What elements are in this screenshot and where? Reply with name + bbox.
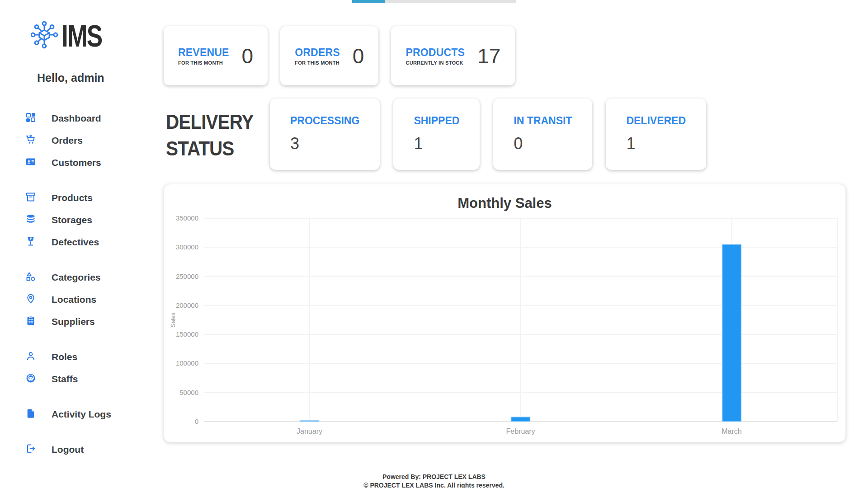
id-card-icon bbox=[25, 156, 36, 169]
clipboard-icon bbox=[25, 315, 36, 328]
sidebar-item-locations[interactable]: Locations bbox=[0, 288, 146, 310]
sidebar-item-activity-logs[interactable]: Activity Logs bbox=[0, 403, 146, 425]
app-title: IMS bbox=[61, 18, 102, 53]
monthly-sales-chart-card: Monthly Sales 05000010000015000020000025… bbox=[164, 184, 846, 442]
sidebar-item-dashboard[interactable]: Dashboard bbox=[0, 107, 146, 129]
horizontal-scrollbar[interactable] bbox=[352, 0, 516, 3]
sidebar-item-staffs[interactable]: Staffs bbox=[0, 368, 146, 390]
broken-glass-icon bbox=[25, 236, 36, 249]
shipped-card-title: SHIPPED bbox=[414, 115, 459, 127]
sidebar-item-label: Logout bbox=[52, 444, 84, 455]
chart-bar-march[interactable] bbox=[722, 244, 741, 422]
sidebar-item-label: Storages bbox=[52, 215, 92, 225]
shipped-card-value: 1 bbox=[414, 134, 459, 153]
processing-card-value: 3 bbox=[290, 134, 359, 153]
sidebar: IMS Hello, admin Dashboard Orders Custom… bbox=[0, 0, 146, 488]
sidebar-nav: Dashboard Orders Customers Products Stor… bbox=[0, 107, 146, 460]
processing-card-title: PROCESSING bbox=[290, 115, 359, 127]
logout-icon bbox=[25, 443, 36, 456]
stat-cards-row: REVENUE FOR THIS MONTH 0 ORDERS FOR THIS… bbox=[164, 26, 515, 85]
sidebar-item-products[interactable]: Products bbox=[0, 187, 146, 209]
products-card: PRODUCTS CURRENTLY IN STOCK 17 bbox=[391, 26, 515, 85]
ims-cube-logo-icon bbox=[29, 18, 60, 53]
sidebar-item-label: Roles bbox=[52, 352, 77, 362]
x-axis-label: January bbox=[297, 427, 322, 435]
x-axis-label: February bbox=[506, 427, 535, 435]
cart-icon bbox=[25, 134, 36, 147]
sidebar-item-label: Categories bbox=[52, 272, 101, 283]
headset-person-icon bbox=[25, 373, 36, 385]
person-icon bbox=[25, 351, 36, 363]
y-axis-tick: 0 bbox=[195, 418, 198, 425]
delivered-card-title: DELIVERED bbox=[626, 115, 686, 127]
chart-bar-february[interactable] bbox=[511, 417, 530, 422]
sidebar-item-label: Suppliers bbox=[52, 316, 95, 327]
document-icon bbox=[25, 408, 36, 421]
delivery-status-heading: DELIVERY STATUS bbox=[166, 108, 249, 170]
delivery-heading-line2: STATUS bbox=[166, 135, 249, 162]
shapes-icon bbox=[25, 271, 36, 284]
dashboard-icon bbox=[25, 112, 36, 125]
map-pin-icon bbox=[25, 293, 36, 306]
orders-card-title: ORDERS bbox=[295, 47, 340, 59]
delivery-status-section: DELIVERY STATUS PROCESSING 3 SHIPPED 1 I… bbox=[166, 99, 706, 170]
orders-card-subtitle: FOR THIS MONTH bbox=[295, 60, 340, 66]
sidebar-item-label: Locations bbox=[52, 294, 96, 305]
sidebar-item-logout[interactable]: Logout bbox=[0, 438, 146, 460]
y-axis-tick: 100000 bbox=[176, 359, 198, 367]
scrollbar-thumb[interactable] bbox=[352, 0, 385, 3]
box-icon bbox=[25, 192, 36, 204]
footer-copyright: © PROJECT LEX LABS Inc. All rights reser… bbox=[0, 481, 868, 488]
y-axis-tick: 50000 bbox=[179, 389, 198, 396]
monthly-sales-chart[interactable]: 0500001000001500002000002500003000003500… bbox=[164, 208, 846, 440]
sidebar-item-roles[interactable]: Roles bbox=[0, 346, 146, 368]
sidebar-item-storages[interactable]: Storages bbox=[0, 209, 146, 231]
chart-bar-january[interactable] bbox=[300, 420, 319, 422]
sidebar-item-label: Orders bbox=[52, 135, 83, 146]
x-axis-label: March bbox=[722, 427, 741, 435]
sidebar-item-suppliers[interactable]: Suppliers bbox=[0, 310, 146, 333]
y-axis-tick: 300000 bbox=[176, 243, 198, 251]
sidebar-item-label: Staffs bbox=[52, 374, 78, 385]
sidebar-item-categories[interactable]: Categories bbox=[0, 266, 146, 288]
y-axis-tick: 200000 bbox=[176, 301, 198, 309]
delivered-card: DELIVERED 1 bbox=[606, 99, 706, 170]
sidebar-item-orders[interactable]: Orders bbox=[0, 129, 146, 151]
sidebar-item-label: Dashboard bbox=[52, 113, 101, 124]
processing-card: PROCESSING 3 bbox=[270, 99, 380, 170]
page-footer: Powered By: PROJECT LEX LABS © PROJECT L… bbox=[0, 473, 868, 488]
sidebar-item-label: Defectives bbox=[52, 237, 99, 248]
revenue-card-subtitle: FOR THIS MONTH bbox=[178, 60, 229, 66]
orders-card: ORDERS FOR THIS MONTH 0 bbox=[280, 26, 378, 85]
y-axis-tick: 250000 bbox=[176, 272, 198, 280]
in-transit-card-value: 0 bbox=[514, 134, 572, 153]
sidebar-item-label: Customers bbox=[52, 157, 101, 168]
in-transit-card: IN TRANSIT 0 bbox=[493, 99, 592, 170]
products-card-title: PRODUCTS bbox=[406, 47, 465, 59]
y-axis-title: Sales bbox=[170, 312, 176, 327]
delivered-card-value: 1 bbox=[626, 134, 686, 153]
greeting-text: Hello, admin bbox=[37, 71, 104, 84]
products-card-subtitle: CURRENTLY IN STOCK bbox=[406, 60, 465, 66]
revenue-card-value: 0 bbox=[242, 44, 254, 68]
sidebar-item-label: Activity Logs bbox=[52, 409, 111, 420]
delivery-cards: PROCESSING 3 SHIPPED 1 IN TRANSIT 0 DELI… bbox=[270, 99, 706, 170]
sidebar-item-customers[interactable]: Customers bbox=[0, 151, 146, 174]
footer-powered-by: Powered By: PROJECT LEX LABS bbox=[0, 473, 868, 481]
app-logo[interactable]: IMS bbox=[29, 18, 113, 53]
products-card-value: 17 bbox=[477, 44, 500, 68]
revenue-card-title: REVENUE bbox=[178, 47, 229, 59]
delivery-heading-line1: DELIVERY bbox=[166, 108, 249, 135]
revenue-card: REVENUE FOR THIS MONTH 0 bbox=[164, 26, 268, 85]
shipped-card: SHIPPED 1 bbox=[393, 99, 480, 170]
y-axis-tick: 150000 bbox=[176, 330, 198, 338]
sidebar-item-defectives[interactable]: Defectives bbox=[0, 231, 146, 253]
y-axis-tick: 350000 bbox=[176, 214, 198, 222]
orders-card-value: 0 bbox=[353, 44, 364, 68]
sidebar-item-label: Products bbox=[52, 192, 93, 203]
database-icon bbox=[25, 214, 36, 226]
in-transit-card-title: IN TRANSIT bbox=[514, 115, 572, 127]
